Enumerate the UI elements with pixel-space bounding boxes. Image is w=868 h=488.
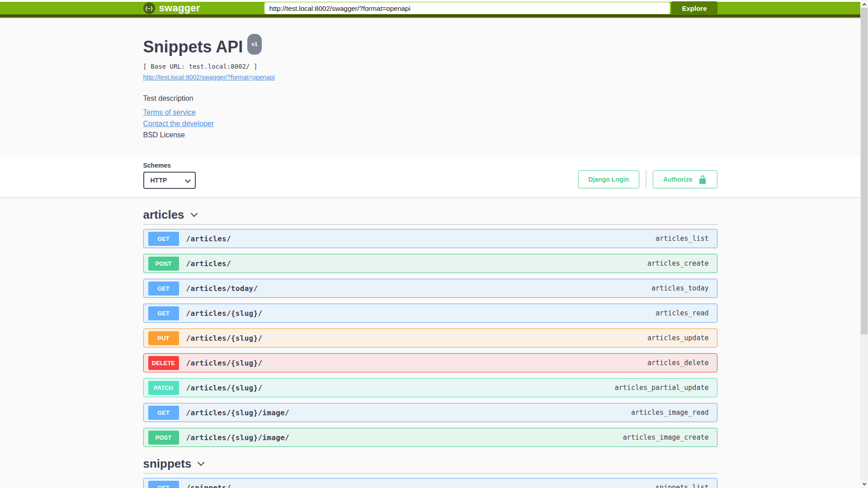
scrollbar-thumb[interactable] [861, 8, 868, 334]
operation-id: articles_partial_update [615, 384, 709, 392]
method-badge: GET [148, 282, 179, 296]
operation-row[interactable]: GET /articles/today/ articles_today [143, 279, 717, 298]
method-badge: GET [148, 481, 179, 488]
method-badge: POST [148, 257, 179, 271]
operation-path: /articles/today/ [186, 284, 258, 293]
scrollbar-up-button[interactable] [860, 0, 868, 8]
operation-row[interactable]: PATCH /articles/{slug}/ articles_partial… [143, 378, 717, 397]
chevron-down-icon [190, 210, 198, 217]
contact-developer-link[interactable]: Contact the developer [143, 119, 214, 128]
operation-id: articles_image_create [623, 433, 709, 441]
spec-link[interactable]: http://test.local:8002/swagger/?format=o… [143, 74, 275, 81]
spec-url-form: Explore [264, 1, 717, 15]
scrollbar-up-icon [862, 3, 866, 6]
operations-sections: articles GET /articles/ articles_list PO… [143, 208, 717, 488]
section-title: articles [143, 208, 184, 221]
method-badge: POST [148, 431, 179, 445]
operation-path: /articles/{slug}/image/ [186, 433, 289, 442]
authorize-button-label: Authorize [663, 176, 693, 183]
operation-row[interactable]: GET /articles/{slug}/image/ articles_ima… [143, 403, 717, 422]
operation-row[interactable]: GET /snippets/ snippets_list [143, 478, 717, 488]
section-header[interactable]: snippets [143, 457, 717, 470]
operation-path: /articles/ [186, 235, 231, 243]
topbar: {⋯} swagger Explore [0, 2, 860, 17]
api-tag-section: snippets GET /snippets/ snippets_list [143, 457, 717, 488]
schemes-label: Schemes [143, 162, 196, 169]
authorize-button[interactable]: Authorize [653, 170, 717, 188]
button-divider [646, 170, 646, 189]
spec-url-input[interactable] [264, 2, 670, 14]
operation-row[interactable]: GET /articles/ articles_list [143, 229, 717, 248]
operations-area: articles GET /articles/ articles_list PO… [0, 197, 860, 488]
method-badge: PUT [148, 331, 179, 345]
unlock-icon [698, 175, 707, 184]
operation-id: articles_image_read [631, 408, 709, 417]
operation-path: /articles/{slug}/ [186, 359, 263, 367]
section-divider [143, 224, 717, 225]
terms-of-service-link[interactable]: Terms of service [143, 108, 196, 117]
operation-id: articles_today [651, 284, 708, 292]
operation-id: articles_create [647, 259, 708, 267]
operation-id: articles_read [656, 309, 708, 317]
operation-path: /articles/{slug}/image/ [186, 408, 289, 417]
swagger-logo: {⋯} swagger [143, 2, 200, 14]
scrollbar-down-button[interactable] [860, 480, 868, 488]
base-url: [ Base URL: test.local:8002/ ] [143, 63, 717, 70]
api-description: Test description [143, 94, 717, 103]
explore-button[interactable]: Explore [671, 1, 717, 15]
page-title: Snippets APIv1 [143, 38, 717, 61]
operation-row[interactable]: GET /articles/{slug}/ articles_read [143, 304, 717, 323]
swagger-logo-icon: {⋯} [143, 2, 155, 14]
method-badge: GET [148, 306, 179, 320]
section-title: snippets [143, 457, 192, 470]
method-badge: GET [148, 406, 179, 420]
operation-path: /articles/{slug}/ [186, 384, 263, 392]
license-text: BSD License [143, 131, 717, 139]
django-login-button[interactable]: Django Login [578, 170, 639, 188]
scrollbar-down-icon [862, 481, 866, 485]
method-badge: GET [148, 232, 179, 246]
operation-path: /articles/ [186, 259, 231, 268]
section-header[interactable]: articles [143, 208, 717, 221]
operation-row[interactable]: PUT /articles/{slug}/ articles_update [143, 328, 717, 347]
operation-id: articles_list [656, 235, 708, 243]
method-badge: PATCH [148, 381, 179, 395]
operation-id: articles_update [647, 334, 708, 342]
operation-id: articles_delete [647, 359, 708, 367]
operation-list: GET /snippets/ snippets_list [143, 478, 717, 488]
scrollbar[interactable] [860, 0, 868, 488]
section-divider [143, 473, 717, 474]
operation-list: GET /articles/ articles_list POST /artic… [143, 229, 717, 447]
swagger-page: {⋯} swagger Explore Snippets APIv1 [ Bas… [0, 0, 860, 488]
chevron-down-icon [198, 459, 205, 466]
operation-row[interactable]: DELETE /articles/{slug}/ articles_delete [143, 353, 717, 372]
swagger-logo-text: swagger [159, 2, 200, 14]
version-badge: v1 [247, 34, 261, 55]
api-tag-section: articles GET /articles/ articles_list PO… [143, 208, 717, 447]
operation-id: snippets_list [656, 483, 708, 488]
operation-path: /articles/{slug}/ [186, 334, 263, 343]
operation-row[interactable]: POST /articles/ articles_create [143, 254, 717, 273]
operation-path: /snippets/ [186, 483, 231, 488]
method-badge: DELETE [148, 356, 179, 370]
scheme-section: Schemes HTTP Django Login Authorize [0, 155, 860, 197]
operation-path: /articles/{slug}/ [186, 309, 263, 318]
info-section: Snippets APIv1 [ Base URL: test.local:80… [0, 18, 860, 155]
operation-row[interactable]: POST /articles/{slug}/image/ articles_im… [143, 428, 717, 447]
